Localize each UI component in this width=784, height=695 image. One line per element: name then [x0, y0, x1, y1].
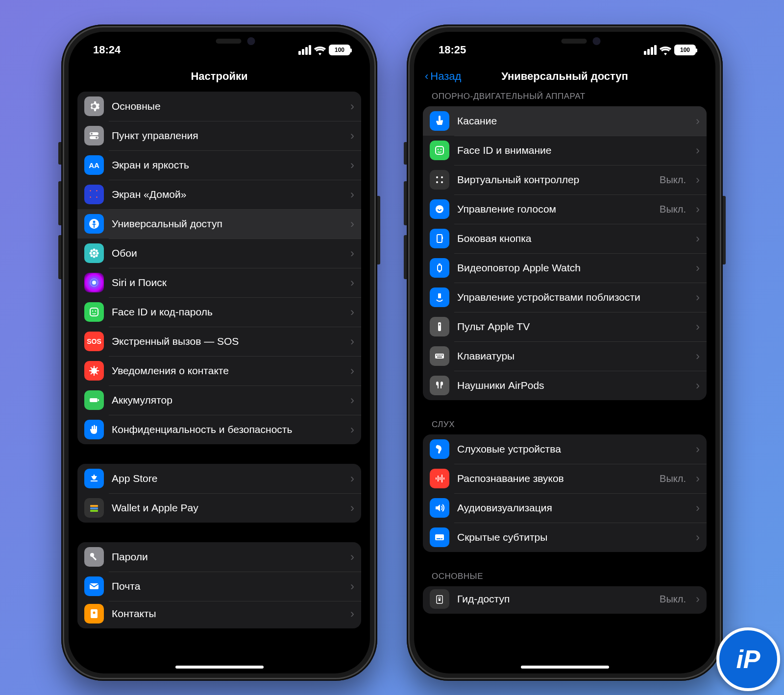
settings-group: Пароли›Почта›Контакты›	[77, 542, 361, 628]
svg-point-14	[96, 255, 98, 257]
svg-line-25	[91, 367, 92, 369]
chevron-right-icon: ›	[696, 592, 700, 606]
row-voice-control[interactable]: Управление голосомВыкл.›	[423, 194, 707, 224]
chevron-left-icon: ‹	[425, 70, 428, 83]
settings-group: Слуховые устройства›Распознавание звуков…	[423, 434, 707, 552]
svg-point-47	[436, 205, 443, 213]
settings-list[interactable]: Основные›Пункт управления›AAЭкран и ярко…	[69, 92, 370, 673]
svg-rect-31	[91, 480, 98, 481]
chevron-right-icon: ›	[696, 530, 700, 544]
row-home-screen[interactable]: Экран «Домой»›	[77, 180, 361, 209]
row-label: Управление голосом	[457, 203, 652, 216]
row-value: Выкл.	[660, 204, 686, 215]
home-indicator[interactable]	[521, 666, 609, 669]
watch-icon	[430, 258, 449, 278]
row-label: Конфиденциальность и безопасность	[112, 423, 343, 436]
mail-icon	[84, 576, 104, 596]
row-label: Экран и яркость	[112, 159, 343, 171]
row-virtual-controller[interactable]: Виртуальный контроллерВыкл.›	[423, 165, 707, 194]
svg-point-44	[441, 176, 443, 178]
back-label: Назад	[430, 70, 461, 83]
row-sound-recog[interactable]: Распознавание звуковВыкл.›	[423, 464, 707, 493]
svg-rect-48	[437, 235, 442, 242]
svg-point-3	[96, 137, 98, 139]
page-title: Настройки	[191, 70, 247, 83]
svg-point-55	[439, 324, 441, 326]
sos-icon: SOS	[84, 332, 104, 351]
row-wallpaper[interactable]: Обои›	[77, 239, 361, 268]
row-siri[interactable]: Siri и Поиск›	[77, 268, 361, 297]
page-title: Универсальный доступ	[501, 70, 628, 83]
row-label: Универсальный доступ	[112, 217, 343, 230]
group-header: Опорно-двигательный аппарат	[423, 92, 707, 106]
flower-icon	[84, 243, 104, 263]
row-keyboards[interactable]: Клавиатуры›	[423, 341, 707, 371]
row-battery[interactable]: Аккумулятор›	[77, 385, 361, 415]
row-general[interactable]: Основные›	[77, 92, 361, 121]
chevron-right-icon: ›	[696, 202, 700, 216]
gear-icon	[84, 96, 104, 116]
chevron-right-icon: ›	[696, 442, 700, 456]
svg-point-18	[92, 311, 93, 312]
row-passwords[interactable]: Пароли›	[77, 542, 361, 572]
group-header: Основные	[423, 572, 707, 586]
row-face-attn[interactable]: Face ID и внимание›	[423, 136, 707, 165]
batt-icon	[84, 390, 104, 410]
row-privacy[interactable]: Конфиденциальность и безопасность›	[77, 415, 361, 444]
chevron-right-icon: ›	[696, 320, 700, 334]
row-app-store[interactable]: App Store›	[77, 464, 361, 493]
row-sos[interactable]: SOSЭкстренный вызов — SOS›	[77, 327, 361, 356]
row-watch-mirror[interactable]: Видеоповтор Apple Watch›	[423, 253, 707, 283]
speaker-icon	[430, 498, 449, 518]
settings-group: App Store›Wallet и Apple Pay›	[77, 464, 361, 523]
row-mail[interactable]: Почта›	[77, 572, 361, 601]
chevron-right-icon: ›	[350, 246, 354, 260]
chevron-right-icon: ›	[696, 472, 700, 485]
row-contacts[interactable]: Контакты›	[77, 601, 361, 628]
row-label: Основные	[112, 100, 343, 113]
chevron-right-icon: ›	[350, 276, 354, 289]
row-airpods[interactable]: Наушники AirPods›	[423, 371, 707, 400]
chevron-right-icon: ›	[696, 349, 700, 363]
svg-rect-51	[439, 264, 441, 265]
row-side-button[interactable]: Боковая кнопка›	[423, 224, 707, 253]
svg-point-7	[93, 249, 96, 251]
home-indicator[interactable]	[175, 666, 264, 669]
row-wallet[interactable]: Wallet и Apple Pay›	[77, 493, 361, 523]
chevron-right-icon: ›	[696, 173, 700, 187]
svg-rect-54	[438, 322, 441, 331]
row-nearby-devices[interactable]: Управление устройствами поблизости›	[423, 283, 707, 312]
svg-point-2	[91, 133, 93, 135]
svg-point-10	[97, 252, 99, 255]
status-time: 18:25	[439, 44, 466, 56]
row-exposure[interactable]: Уведомления о контакте›	[77, 356, 361, 385]
battery-icon: 100	[674, 45, 696, 55]
chevron-right-icon: ›	[350, 501, 354, 515]
row-label: Face ID и внимание	[457, 144, 688, 157]
svg-point-45	[436, 181, 438, 183]
row-label: Аккумулятор	[112, 394, 343, 407]
row-touch[interactable]: Касание›	[423, 106, 707, 136]
watermark-logo: iP	[716, 627, 780, 691]
chevron-right-icon: ›	[350, 188, 354, 201]
back-button[interactable]: ‹ Назад	[425, 70, 461, 83]
row-audio-visual[interactable]: Аудиовизуализация›	[423, 493, 707, 523]
row-subtitles[interactable]: Скрытые субтитры›	[423, 523, 707, 552]
chevron-right-icon: ›	[350, 607, 354, 621]
row-faceid[interactable]: Face ID и код-пароль›	[77, 297, 361, 327]
row-accessibility[interactable]: Универсальный доступ›	[77, 209, 361, 239]
row-value: Выкл.	[660, 473, 686, 484]
row-apple-tv-remote[interactable]: Пульт Apple TV›	[423, 312, 707, 341]
chevron-right-icon: ›	[696, 114, 700, 128]
row-display[interactable]: AAЭкран и яркость›	[77, 150, 361, 180]
svg-rect-70	[441, 538, 442, 539]
row-hearing[interactable]: Слуховые устройства›	[423, 434, 707, 464]
airpods-icon	[430, 376, 449, 395]
nav-bar: Настройки	[69, 61, 370, 92]
row-label: Экран «Домой»	[112, 188, 343, 201]
lock-icon	[430, 589, 449, 609]
row-control-center[interactable]: Пункт управления›	[77, 121, 361, 150]
row-value: Выкл.	[660, 594, 686, 605]
row-guided-access[interactable]: Гид-доступВыкл.›	[423, 586, 707, 614]
accessibility-list[interactable]: Опорно-двигательный аппаратКасание›Face …	[414, 92, 715, 673]
